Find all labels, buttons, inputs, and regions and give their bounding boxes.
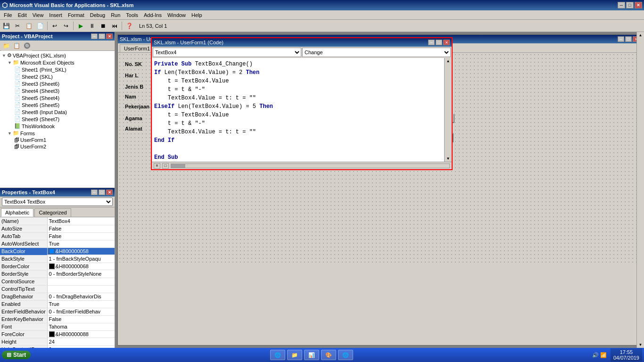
prop-helpcontext-value[interactable]: 0 [47,346,115,348]
prop-autotab-value[interactable]: False [47,232,115,240]
prop-height-value[interactable]: 24 [47,338,115,346]
prop-borderstyle-value[interactable]: 0 - fmBorderStyleNone [47,270,115,278]
minimize-button[interactable]: ─ [618,2,625,8]
tree-userform2[interactable]: 🗐 UserForm2 [1,143,114,150]
tab-categorized[interactable]: Categorized [34,208,71,217]
menu-run[interactable]: Run [108,11,123,19]
prop-autoword-value[interactable]: True [47,240,115,247]
menu-debug[interactable]: Debug [87,11,108,19]
menu-help[interactable]: Help [189,11,205,19]
code-scroll-down[interactable]: ▼ [446,156,451,162]
props-close[interactable]: ✕ [106,189,113,195]
toolbar-btn2[interactable]: ✂ [12,21,23,31]
menu-tools[interactable]: Tools [123,11,141,19]
project-close[interactable]: ✕ [106,33,113,39]
taskbar-item-chrome[interactable]: 🌐 [270,350,285,360]
expand-forms[interactable]: ▼ [8,131,12,136]
prop-dragbehavior-value[interactable]: 0 - fmDragBehaviorDis [47,293,115,300]
prop-controltip-value[interactable] [47,285,115,293]
menu-view[interactable]: View [30,11,47,19]
prop-bordercolor-value[interactable]: &H800000068 [48,263,115,270]
toolbar-redo[interactable]: ↪ [61,21,71,31]
prop-autosize-value[interactable]: False [47,225,115,232]
tree-sheet1[interactable]: 📄 Sheet1 (Print_SKL) [1,66,114,73]
prop-enabled-value[interactable]: True [47,300,115,308]
excel-icon: 📊 [308,352,315,358]
prop-font-value[interactable]: Tahoma [47,323,115,330]
toolbar-run[interactable]: ▶ [75,21,86,31]
code-view-btn1[interactable]: ≡ [154,163,160,169]
props-minimize[interactable]: ─ [91,189,98,195]
code-maximize[interactable]: □ [436,40,442,45]
code-scrollbar[interactable]: ▲ ▼ [444,58,452,162]
tree-sheet6[interactable]: 📄 Sheet6 (Sheet5) [1,101,114,108]
props-object-select[interactable]: TextBox4 TextBox [2,197,113,206]
toolbar-undo[interactable]: ↩ [50,21,60,31]
code-object-dropdown[interactable]: TextBox4 [153,48,301,57]
toolbar-pause[interactable]: ⏸ [87,21,97,31]
scroll-up-arrow[interactable]: ▲ [637,32,644,38]
tree-sheet2[interactable]: 📄 Sheet2 (SKL) [1,73,114,80]
tab-alphabetic[interactable]: Alphabetic [1,208,33,217]
prop-forecolor-value[interactable]: &H800000088 [48,331,115,338]
toolbar-stop[interactable]: ⏹ [98,21,108,31]
toolbar-save[interactable]: 💾 [1,21,11,31]
menu-window[interactable]: Window [165,11,189,19]
prop-controlsource-value[interactable] [47,278,115,285]
start-button[interactable]: ⊞ Start [2,351,31,359]
code-minimize[interactable]: ─ [428,40,435,45]
tree-forms[interactable]: ▼ 📁 Forms [1,130,114,137]
taskbar-item-paint[interactable]: 🎨 [321,350,336,360]
code-scroll-up[interactable]: ▲ [446,58,451,64]
toolbar-help[interactable]: ❓ [124,21,134,31]
prop-enterkey-value[interactable]: False [47,315,115,323]
prop-backcolor-value[interactable]: &H800000058 [48,248,115,255]
toolbar-btn3[interactable]: 📋 [24,21,34,31]
scroll-down-arrow[interactable]: ▼ [637,342,644,348]
code-view-btn2[interactable]: □ [162,163,169,169]
code-procedure-dropdown[interactable]: Change [302,48,451,57]
prop-row-autosize: AutoSize False [0,225,115,232]
project-btn2[interactable]: 📋 [11,41,22,51]
menu-addins[interactable]: Add-Ins [141,11,165,19]
taskbar-item-excel[interactable]: 📊 [304,350,319,360]
toolbar-reset[interactable]: ⏮ [109,21,120,31]
project-btn3[interactable]: 🔘 [22,41,32,51]
menu-insert[interactable]: Insert [46,11,65,19]
code-body[interactable]: Private Sub TextBox4_Change() If Len(Tex… [152,58,444,162]
project-maximize[interactable]: □ [99,33,105,39]
prop-name-value[interactable]: TextBox4 [47,217,115,225]
tree-sheet5[interactable]: 📄 Sheet5 (Sheet4) [1,94,114,101]
userform-maximize[interactable]: □ [625,36,632,42]
expand-vbaproject[interactable]: ▼ [2,53,6,58]
taskbar-item-folder[interactable]: 📁 [287,350,302,360]
code-close[interactable]: ✕ [443,40,450,45]
menu-file[interactable]: File [1,11,15,19]
maximize-button[interactable]: □ [626,2,634,8]
tree-sheet4[interactable]: 📄 Sheet4 (Sheet3) [1,87,114,94]
props-maximize[interactable]: □ [99,189,105,195]
tree-sheet9[interactable]: 📄 Sheet9 (Sheet7) [1,115,114,123]
prop-row-backcolor: BackColor &H800000058 [0,247,115,255]
prop-backstyle-value[interactable]: 1 - fmBackStyleOpaqu [47,255,115,263]
tree-thisworkbook[interactable]: 📗 ThisWorkbook [1,123,114,130]
project-btn1[interactable]: 📁 [1,41,11,51]
project-minimize[interactable]: ─ [91,33,98,39]
expand-excel-objects[interactable]: ▼ [8,60,12,65]
prop-enterfield-value[interactable]: 0 - fmEnterFieldBehav [47,308,115,315]
code-line-7: t = TextBox4.Value [154,111,442,119]
userform-minimize[interactable]: ─ [618,36,624,42]
userform-tab[interactable]: UserForm1 [120,44,154,52]
tree-vbaproject[interactable]: ▼ ⚙ VBAProject (SKL.xlsm) [1,52,114,59]
tree-userform1[interactable]: 🗐 UserForm1 [1,137,114,143]
tree-sheet3[interactable]: 📄 Sheet3 (Sheet6) [1,80,114,87]
tree-excel-objects[interactable]: ▼ 📁 Microsoft Excel Objects [1,59,114,66]
menu-format[interactable]: Format [65,11,87,19]
code-hscrollbar[interactable] [171,164,450,168]
taskbar-item-ie[interactable]: 🌐 [338,350,353,360]
menu-edit[interactable]: Edit [15,11,30,19]
right-scrollbar[interactable]: ▲ ▼ [636,32,644,348]
tree-sheet8[interactable]: 📄 Sheet8 (Input Data) [1,108,114,115]
toolbar-btn4[interactable]: 📄 [35,21,45,31]
close-button[interactable]: ✕ [635,2,642,8]
